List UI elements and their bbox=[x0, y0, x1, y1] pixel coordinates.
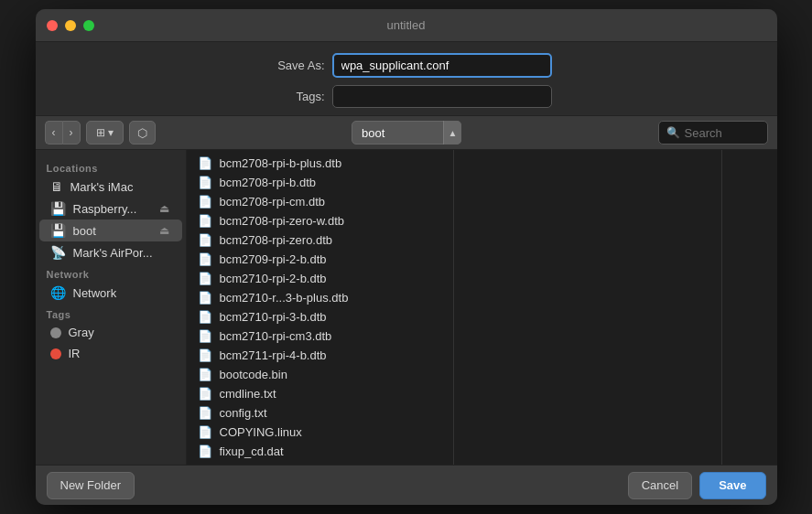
file-icon: 📄 bbox=[198, 214, 212, 228]
file-name: bcm2708-rpi-zero.dtb bbox=[220, 233, 333, 247]
gray-tag-dot bbox=[50, 327, 61, 338]
file-icon: 📄 bbox=[198, 156, 212, 170]
footer-right: Cancel Save bbox=[628, 472, 766, 499]
file-icon: 📄 bbox=[198, 425, 212, 439]
file-item[interactable]: 📄 bootcode.bin bbox=[187, 365, 454, 384]
file-name: cmdline.txt bbox=[220, 387, 276, 401]
file-item[interactable]: 📄 bcm2710-rpi-2-b.dtb bbox=[187, 269, 454, 288]
file-icon: 📄 bbox=[198, 272, 212, 285]
file-item[interactable]: 📄 cmdline.txt bbox=[187, 384, 454, 403]
file-item[interactable]: 📄 bcm2710-rpi-cm3.dtb bbox=[187, 327, 454, 346]
sidebar-item-boot[interactable]: 💾 boot ⏏ bbox=[39, 220, 182, 241]
file-item[interactable]: 📄 bcm2710-rpi-3-b.dtb bbox=[187, 307, 454, 327]
file-item[interactable]: 📄 bcm2711-rpi-4-b.dtb bbox=[187, 346, 454, 365]
footer-left: New Folder bbox=[47, 472, 135, 499]
file-name: bcm2710-rpi-2-b.dtb bbox=[220, 272, 327, 285]
save-as-row: Save As: bbox=[36, 42, 777, 81]
file-name: bcm2708-rpi-cm.dtb bbox=[220, 195, 326, 209]
file-item[interactable]: 📄 bcm2708-rpi-cm.dtb bbox=[187, 192, 454, 211]
search-input[interactable] bbox=[685, 126, 758, 140]
save-as-label: Save As: bbox=[261, 59, 325, 72]
forward-button[interactable]: › bbox=[62, 121, 81, 145]
view-button[interactable]: ⊞ ▾ bbox=[86, 121, 124, 145]
file-item[interactable]: 📄 bcm2709-rpi-2-b.dtb bbox=[187, 250, 454, 269]
file-item[interactable]: 📄 bcm2708-rpi-b-plus.dtb bbox=[187, 154, 454, 173]
window-title: untitled bbox=[387, 18, 426, 32]
file-icon: 📄 bbox=[198, 195, 212, 209]
tags-section-label: Tags bbox=[36, 304, 186, 322]
main-content: Locations 🖥 Mark's iMac 💾 Raspberry... ⏏… bbox=[36, 150, 777, 465]
file-icon: 📄 bbox=[198, 310, 212, 324]
file-icon: 📄 bbox=[198, 406, 212, 420]
empty-column-2 bbox=[722, 150, 777, 465]
minimize-button[interactable] bbox=[65, 20, 76, 31]
chevron-down-icon: ▾ bbox=[108, 126, 114, 139]
grid-icon: ⊞ bbox=[96, 126, 105, 139]
drive-icon: 💾 bbox=[50, 223, 66, 238]
locations-section-label: Locations bbox=[36, 157, 186, 176]
sidebar-item-ir[interactable]: IR bbox=[39, 343, 182, 364]
file-item[interactable]: 📄 bcm2710-r...3-b-plus.dtb bbox=[187, 288, 454, 307]
file-name: bcm2710-r...3-b-plus.dtb bbox=[220, 291, 349, 305]
file-icon: 📄 bbox=[198, 252, 212, 266]
toolbar: ‹ › ⊞ ▾ ⬡ boot ▲ 🔍 bbox=[36, 115, 777, 150]
file-name: bcm2710-rpi-cm3.dtb bbox=[220, 329, 332, 343]
file-item[interactable]: 📄 bcm2708-rpi-zero-w.dtb bbox=[187, 211, 454, 230]
sidebar-item-raspberry[interactable]: 💾 Raspberry... ⏏ bbox=[39, 198, 182, 220]
airport-icon: 📡 bbox=[50, 245, 66, 260]
location-expand-button[interactable]: ▲ bbox=[443, 121, 461, 145]
save-button[interactable]: Save bbox=[699, 472, 765, 499]
sidebar-item-label: Network bbox=[73, 286, 171, 300]
cancel-button[interactable]: Cancel bbox=[628, 472, 692, 499]
empty-column bbox=[454, 150, 721, 465]
file-item[interactable]: 📄 COPYING.linux bbox=[187, 423, 454, 442]
tags-label: Tags: bbox=[261, 90, 325, 103]
sidebar-item-label: Gray bbox=[69, 326, 171, 339]
tags-row: Tags: bbox=[36, 81, 777, 115]
file-name: bootcode.bin bbox=[220, 368, 287, 381]
file-name: COPYING.linux bbox=[220, 425, 302, 439]
file-icon: 📄 bbox=[198, 368, 212, 381]
sidebar-item-label: IR bbox=[69, 347, 171, 360]
sidebar-item-label: Mark's iMac bbox=[70, 180, 171, 194]
sidebar-item-label: boot bbox=[73, 224, 150, 238]
file-icon: 📄 bbox=[198, 329, 212, 343]
sidebar-item-network[interactable]: 🌐 Network bbox=[39, 282, 182, 304]
save-as-input[interactable] bbox=[332, 53, 552, 78]
sidebar-item-marks-airpor[interactable]: 📡 Mark's AirPor... bbox=[39, 241, 182, 263]
network-icon: 🌐 bbox=[50, 285, 66, 300]
location-select-wrapper: boot ▲ bbox=[352, 121, 461, 145]
file-name: bcm2709-rpi-2-b.dtb bbox=[220, 252, 327, 266]
file-name: config.txt bbox=[220, 406, 267, 420]
back-button[interactable]: ‹ bbox=[45, 121, 62, 145]
file-icon: 📄 bbox=[198, 291, 212, 305]
file-icon: 📄 bbox=[198, 348, 212, 362]
eject-button[interactable]: ⏏ bbox=[157, 202, 171, 215]
file-icon: 📄 bbox=[198, 233, 212, 247]
eject-button[interactable]: ⏏ bbox=[157, 224, 171, 237]
file-icon: 📄 bbox=[198, 387, 212, 401]
new-folder-button[interactable]: New Folder bbox=[47, 472, 135, 499]
maximize-button[interactable] bbox=[83, 20, 94, 31]
gear-icon: ⬡ bbox=[137, 126, 147, 140]
imac-icon: 🖥 bbox=[50, 179, 63, 194]
drive-icon: 💾 bbox=[50, 201, 66, 216]
file-item[interactable]: 📄 fixup_cd.dat bbox=[187, 442, 454, 461]
search-bar[interactable]: 🔍 bbox=[658, 121, 768, 145]
sidebar-item-marks-imac[interactable]: 🖥 Mark's iMac bbox=[39, 176, 182, 198]
file-name: bcm2711-rpi-4-b.dtb bbox=[220, 348, 327, 362]
close-button[interactable] bbox=[47, 20, 58, 31]
sidebar-item-gray[interactable]: Gray bbox=[39, 322, 182, 343]
save-dialog: untitled Save As: Tags: ‹ › ⊞ ▾ ⬡ boot bbox=[36, 9, 777, 505]
ir-tag-dot bbox=[50, 348, 61, 359]
file-item[interactable]: 📄 config.txt bbox=[187, 403, 454, 423]
file-name: bcm2710-rpi-3-b.dtb bbox=[220, 310, 327, 324]
tags-input[interactable] bbox=[332, 85, 552, 108]
file-name: fixup_cd.dat bbox=[220, 444, 284, 458]
sidebar: Locations 🖥 Mark's iMac 💾 Raspberry... ⏏… bbox=[36, 150, 187, 465]
file-icon: 📄 bbox=[198, 444, 212, 458]
footer: New Folder Cancel Save bbox=[36, 465, 777, 505]
file-item[interactable]: 📄 bcm2708-rpi-zero.dtb bbox=[187, 230, 454, 250]
file-item[interactable]: 📄 bcm2708-rpi-b.dtb bbox=[187, 173, 454, 192]
action-button[interactable]: ⬡ bbox=[129, 121, 156, 145]
